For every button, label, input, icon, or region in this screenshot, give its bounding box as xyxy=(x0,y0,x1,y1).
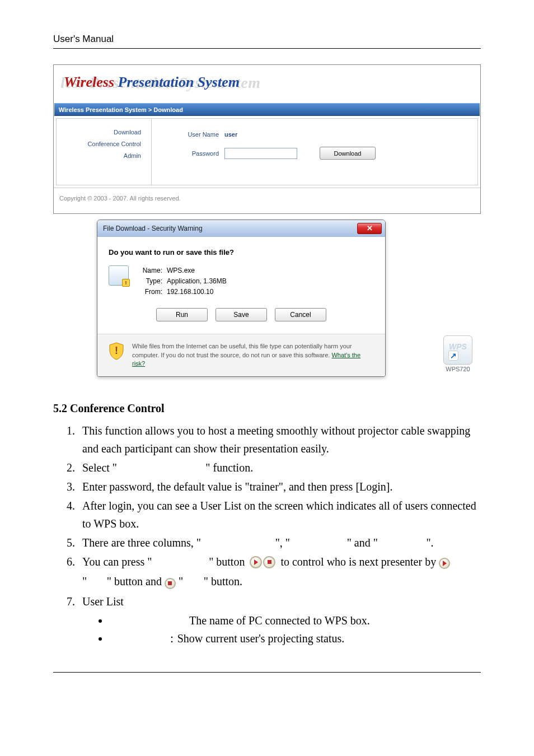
dialog-row: File Download - Security Warning ✕ Do yo… xyxy=(53,220,481,377)
file-meta: Name:WPS.exe Type:Application, 1.36MB Fr… xyxy=(137,265,227,298)
svg-text:!: ! xyxy=(115,345,118,356)
password-input[interactable] xyxy=(224,148,297,159)
section-title: 5.2 Conference Control xyxy=(53,399,481,417)
meta-type-label: Type: xyxy=(137,276,162,287)
list-item: This function allows you to host a meeti… xyxy=(78,422,481,458)
dialog-question: Do you want to run or save this file? xyxy=(109,248,374,256)
wps-web-screenshot: less Presentation System stem Wireless P… xyxy=(53,64,481,214)
header-rule xyxy=(53,48,481,49)
list-item: After login, you can see a User List on … xyxy=(78,497,481,533)
meta-from-value: 192.168.100.10 xyxy=(167,287,213,297)
username-label: User Name xyxy=(174,131,219,138)
list-item: Enter password, the default value is "tr… xyxy=(78,478,481,496)
wps-main: User Name user Password Download xyxy=(152,119,477,185)
sub-list-item: Play Control：Show current user's project… xyxy=(109,629,481,647)
dialog-title: File Download - Security Warning xyxy=(103,225,357,232)
stop-icon xyxy=(165,578,176,589)
wps-sidebar: Download Conference Control Admin xyxy=(57,119,152,185)
meta-type-value: Application, 1.36MB xyxy=(167,276,227,287)
username-value: user xyxy=(224,131,237,138)
sidebar-conference[interactable]: Conference Control xyxy=(61,138,141,150)
meta-name-value: WPS.exe xyxy=(167,265,195,276)
list-item: There are three columns, "Computer Name"… xyxy=(78,534,481,552)
meta-name-label: Name: xyxy=(137,265,162,276)
shield-icon: ! xyxy=(109,342,124,360)
password-label: Password xyxy=(174,150,219,157)
download-button[interactable]: Download xyxy=(320,147,376,160)
wps-copyright: Copyright © 2003 - 2007. All rights rese… xyxy=(54,188,480,213)
dialog-titlebar: File Download - Security Warning ✕ xyxy=(97,220,385,237)
file-download-dialog: File Download - Security Warning ✕ Do yo… xyxy=(97,220,386,377)
run-button[interactable]: Run xyxy=(156,308,208,321)
shortcut-icon-graphic: WPS ↗ xyxy=(443,335,472,365)
play-icon xyxy=(250,556,262,568)
file-type-icon xyxy=(109,265,129,286)
header-title: User's Manual xyxy=(53,34,481,48)
wps-breadcrumb: Wireless Presentation System > Download xyxy=(54,103,480,116)
sub-list-item: Computer Name: The name of PC connected … xyxy=(109,612,481,629)
numbered-list: This function allows you to host a meeti… xyxy=(53,422,481,647)
list-item: Select "Conference Control" function. xyxy=(78,459,481,477)
sidebar-download[interactable]: Download xyxy=(61,127,141,138)
footer-rule xyxy=(53,672,481,673)
cancel-button[interactable]: Cancel xyxy=(275,308,326,321)
save-button[interactable]: Save xyxy=(216,308,267,321)
play-icon xyxy=(439,558,450,569)
wps-body: Download Conference Control Admin User N… xyxy=(56,118,478,185)
stop-icon xyxy=(263,556,275,568)
document-header: User's Manual xyxy=(53,34,481,49)
section-content: 5.2 Conference Control This function all… xyxy=(53,399,481,647)
close-icon[interactable]: ✕ xyxy=(357,223,382,234)
wps-banner-title: Wireless Presentation System xyxy=(64,74,480,91)
meta-from-label: From: xyxy=(137,287,162,297)
dialog-warning: ! While files from the Internet can be u… xyxy=(97,334,385,377)
sidebar-admin[interactable]: Admin xyxy=(61,150,141,162)
list-item: You can press "Play Control" button to c… xyxy=(78,553,481,591)
sub-list: Computer Name: The name of PC connected … xyxy=(82,612,481,647)
play-stop-pair-icon xyxy=(250,556,275,568)
list-item: User List Computer Name: The name of PC … xyxy=(78,592,481,647)
dialog-warning-text: While files from the Internet can be use… xyxy=(132,342,374,369)
shortcut-label: WPS720 xyxy=(438,366,478,372)
wps-banner: less Presentation System stem Wireless P… xyxy=(54,65,480,103)
desktop-shortcut-icon[interactable]: WPS ↗ WPS720 xyxy=(438,335,478,376)
shortcut-arrow-icon: ↗ xyxy=(448,351,458,361)
